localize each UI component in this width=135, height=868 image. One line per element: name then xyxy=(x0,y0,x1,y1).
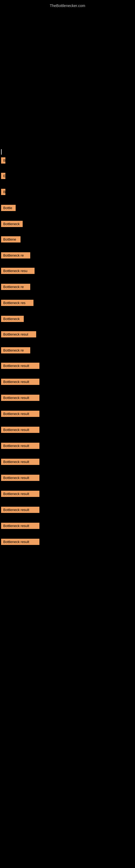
list-item: Bottleneck result xyxy=(0,395,135,403)
list-item: Bottleneck result xyxy=(0,539,135,547)
bottleneck-result-item: Bottleneck resu xyxy=(1,268,35,274)
bottleneck-result-item: Bottleneck re xyxy=(1,284,30,290)
bottleneck-result-item: Bottleneck res xyxy=(1,300,34,306)
list-item: B xyxy=(0,189,135,197)
list-item: Bottleneck re xyxy=(0,347,135,355)
bottleneck-result-item: Bottleneck result xyxy=(1,507,39,513)
list-item: Bottleneck res xyxy=(0,300,135,308)
bottleneck-result-item: Bottleneck result xyxy=(1,363,39,369)
list-item: Bottleneck re xyxy=(0,284,135,291)
bottleneck-result-item: Bottleneck result xyxy=(1,411,39,417)
items-container: BEBBottleBottleneckBottleneBottleneck re… xyxy=(0,157,135,555)
list-item: Bottleneck result xyxy=(0,379,135,386)
list-item: Bottleneck result xyxy=(0,411,135,418)
bottleneck-result-item: Bottleneck result xyxy=(1,491,39,497)
list-item: Bottleneck result xyxy=(0,475,135,483)
cursor xyxy=(1,149,2,155)
list-item: Bottle xyxy=(0,205,135,213)
bottleneck-result-item: B xyxy=(1,157,5,163)
bottleneck-result-item: B xyxy=(1,189,5,195)
list-item: Bottleneck result xyxy=(0,459,135,467)
list-item: Bottleneck xyxy=(0,316,135,323)
list-item: Bottleneck result xyxy=(0,507,135,515)
bottleneck-result-item: Bottleneck result xyxy=(1,443,39,449)
bottleneck-result-item: Bottle xyxy=(1,205,16,211)
bottleneck-result-item: Bottleneck result xyxy=(1,395,39,401)
bottleneck-result-item: Bottleneck xyxy=(1,316,24,322)
bottleneck-result-item: Bottlene xyxy=(1,236,20,243)
bottleneck-result-item: Bottleneck result xyxy=(1,539,39,545)
bottleneck-result-item: Bottleneck result xyxy=(1,427,39,433)
list-item: E xyxy=(0,173,135,181)
list-item: Bottleneck result xyxy=(0,491,135,499)
list-item: Bottleneck result xyxy=(0,443,135,451)
bottleneck-result-item: Bottleneck result xyxy=(1,475,39,481)
list-item: Bottlene xyxy=(0,236,135,244)
bottleneck-result-item: Bottleneck resul xyxy=(1,331,36,337)
bottleneck-result-item: Bottleneck result xyxy=(1,379,39,385)
site-title: TheBottlenecker.com xyxy=(0,1,135,10)
bottleneck-result-item: Bottleneck re xyxy=(1,347,30,353)
bottleneck-result-item: Bottleneck result xyxy=(1,523,39,529)
bottleneck-result-item: Bottleneck xyxy=(1,221,23,227)
bottleneck-result-item: E xyxy=(1,173,5,179)
list-item: Bottleneck resu xyxy=(0,268,135,276)
list-item: Bottleneck re xyxy=(0,252,135,260)
list-item: Bottleneck result xyxy=(0,523,135,531)
list-item: B xyxy=(0,157,135,165)
list-item: Bottleneck xyxy=(0,221,135,229)
list-item: Bottleneck result xyxy=(0,427,135,435)
list-item: Bottleneck resul xyxy=(0,331,135,339)
bottleneck-result-item: Bottleneck re xyxy=(1,252,30,258)
list-item: Bottleneck result xyxy=(0,363,135,371)
bottleneck-result-item: Bottleneck result xyxy=(1,459,39,465)
